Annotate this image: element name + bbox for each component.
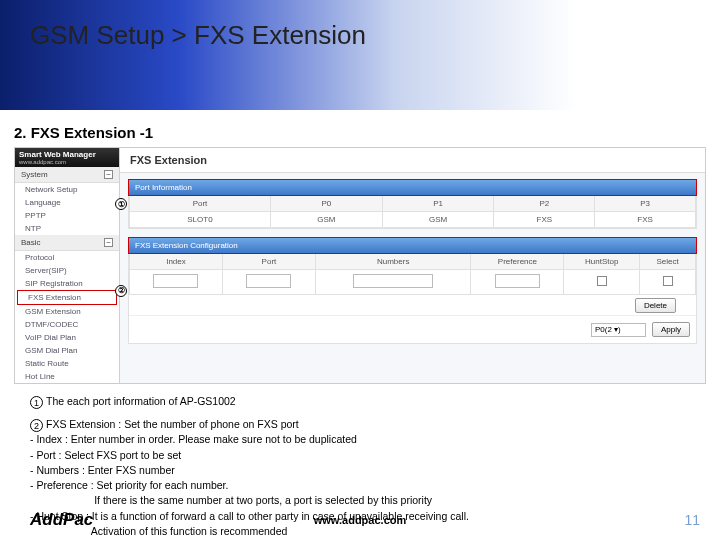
numbers-input[interactable] [353,274,433,288]
brand-sub: www.addpac.com [19,159,115,165]
section-subtitle: 2. FXS Extension -1 [14,124,720,141]
footer: AddPac www.addpac.com 11 [0,510,720,530]
apply-button[interactable]: Apply [652,322,690,337]
cell-slot: SLOT0 [130,212,271,228]
collapse-icon[interactable]: − [104,170,113,179]
preference-input[interactable] [495,274,540,288]
sidebar-item-fxs-extension[interactable]: FXS Extension [17,290,117,305]
sidebar-item-pptp[interactable]: PPTP [15,209,119,222]
index-input[interactable] [153,274,198,288]
sidebar-item-ntp[interactable]: NTP [15,222,119,235]
brand-logo: AddPac [30,510,93,530]
col-p1: P1 [382,196,494,212]
col-pref: Preference [471,254,564,270]
note-line: - Index : Enter number in order. Please … [30,432,698,447]
sidebar-item-sipreg[interactable]: SIP Registration [15,277,119,290]
col-huntstop: HuntStop [564,254,640,270]
main-area: FXS Extension ① Port Information Port P0… [120,148,705,383]
sidebar-item-serversip[interactable]: Server(SIP) [15,264,119,277]
port-input[interactable] [246,274,291,288]
col-index: Index [130,254,223,270]
col-numbers: Numbers [315,254,471,270]
cell: GSM [382,212,494,228]
cell: GSM [270,212,382,228]
sidebar-item-staticroute[interactable]: Static Route [15,357,119,370]
panel-header-portinfo: Port Information [129,180,696,195]
sidebar-item-dtmf[interactable]: DTMF/CODEC [15,318,119,331]
badge-2: ② [115,285,127,297]
delete-button[interactable]: Delete [635,298,676,313]
group-label: Basic [21,238,41,247]
col-port: Port [130,196,271,212]
sidebar-item-voipdial[interactable]: VoIP Dial Plan [15,331,119,344]
col-port: Port [222,254,315,270]
select-checkbox[interactable] [663,276,673,286]
sidebar-item-gsmdial[interactable]: GSM Dial Plan [15,344,119,357]
sidebar-brand: Smart Web Manager www.addpac.com [15,148,119,167]
sidebar-group-system[interactable]: System − [15,167,119,183]
huntstop-checkbox[interactable] [597,276,607,286]
add-port-select[interactable]: P0(2 ▾) [591,323,646,337]
note-line: - Preference : Set priority for each num… [30,478,698,493]
sidebar: Smart Web Manager www.addpac.com System … [15,148,120,383]
sidebar-item-network[interactable]: Network Setup [15,183,119,196]
note-line: - Port : Select FXS port to be set [30,448,698,463]
port-info-table: Port P0 P1 P2 P3 SLOT0 GSM GSM FXS FXS [129,195,696,228]
panel-fxs-config: ② FXS Extension Configuration Index Port… [128,237,697,344]
note-badge-1: 1 [30,396,43,409]
fxs-config-table: Index Port Numbers Preference HuntStop S… [129,253,696,295]
cell: FXS [595,212,696,228]
sidebar-item-gsmext[interactable]: GSM Extension [15,305,119,318]
sidebar-item-hotline[interactable]: Hot Line [15,370,119,383]
page-number: 11 [684,512,700,528]
note-1-text: The each port information of AP-GS1002 [46,395,236,407]
sidebar-item-protocol[interactable]: Protocol [15,251,119,264]
col-p2: P2 [494,196,595,212]
note-2-head: FXS Extension : Set the number of phone … [46,418,299,430]
group-label: System [21,170,48,179]
sidebar-item-language[interactable]: Language [15,196,119,209]
page-title: GSM Setup > FXS Extension [30,20,690,51]
cell: FXS [494,212,595,228]
col-p3: P3 [595,196,696,212]
main-heading: FXS Extension [120,148,705,173]
note-badge-2: 2 [30,419,43,432]
app-window: Smart Web Manager www.addpac.com System … [14,147,706,384]
col-select: Select [640,254,696,270]
footer-url: www.addpac.com [314,514,407,526]
collapse-icon[interactable]: − [104,238,113,247]
sidebar-group-basic[interactable]: Basic − [15,235,119,251]
badge-1: ① [115,198,127,210]
panel-header-fxsconfig: FXS Extension Configuration [129,238,696,253]
col-p0: P0 [270,196,382,212]
panel-port-info: ① Port Information Port P0 P1 P2 P3 SLOT… [128,179,697,229]
note-line: - Numbers : Enter FXS number [30,463,698,478]
note-line: If there is the same number at two ports… [30,493,698,508]
brand-text: Smart Web Manager [19,150,115,159]
